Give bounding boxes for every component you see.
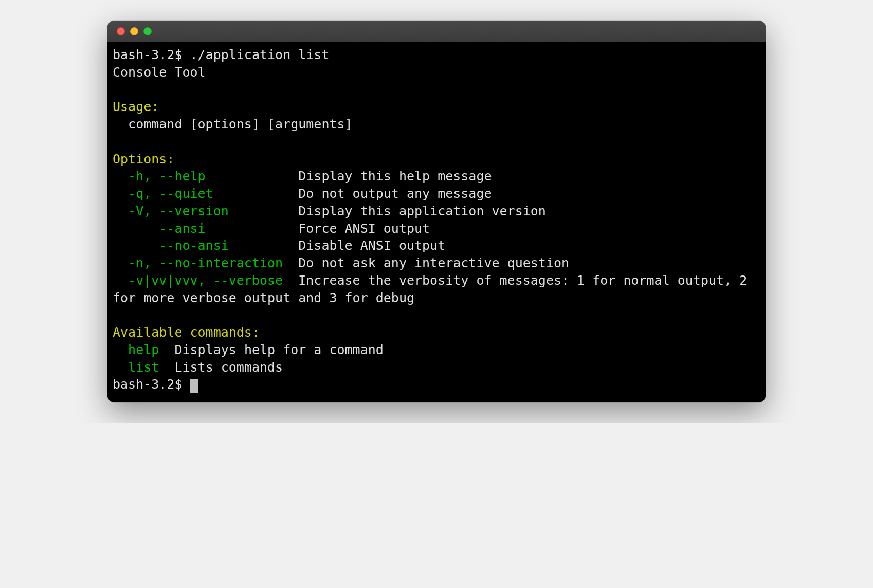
option-desc: Force ANSI output (298, 221, 430, 236)
cursor-block (190, 379, 198, 393)
command-desc: Displays help for a command (174, 342, 383, 357)
option-desc: Display this application version (298, 204, 546, 218)
option-flag: -q, --quiet (113, 186, 298, 201)
option-desc: Do not output any message (298, 186, 492, 201)
commands-heading: Available commands: (113, 324, 760, 341)
close-icon[interactable] (117, 27, 125, 35)
option-flag: -V, --version (113, 204, 298, 218)
terminal-output[interactable]: bash-3.2$ ./application listConsole Tool… (107, 42, 766, 402)
option-desc: Display this help message (298, 169, 492, 183)
option-desc: Do not ask any interactive question (298, 255, 569, 270)
window-title-bar (107, 21, 766, 42)
option-desc: Disable ANSI output (298, 238, 445, 253)
app-header: Console Tool (113, 64, 760, 81)
shell-prompt: bash-3.2$ (113, 377, 190, 392)
usage-heading: Usage: (113, 98, 760, 116)
option-flag: --no-ansi (113, 238, 298, 253)
option-flag: --ansi (113, 221, 298, 236)
command-name: list (113, 360, 174, 375)
terminal-window: bash-3.2$ ./application listConsole Tool… (107, 21, 766, 402)
option-flag: -h, --help (113, 169, 298, 183)
command-desc: Lists commands (174, 360, 283, 375)
maximize-icon[interactable] (143, 27, 152, 35)
command-name: help (113, 342, 174, 357)
usage-line: command [options] [arguments] (113, 116, 760, 133)
entered-command: ./application list (190, 47, 330, 62)
option-flag: -v|vv|vvv, --verbose (113, 273, 298, 288)
minimize-icon[interactable] (130, 27, 138, 35)
options-heading: Options: (113, 151, 760, 168)
shell-prompt: bash-3.2$ (113, 47, 190, 62)
option-flag: -n, --no-interaction (113, 255, 298, 270)
